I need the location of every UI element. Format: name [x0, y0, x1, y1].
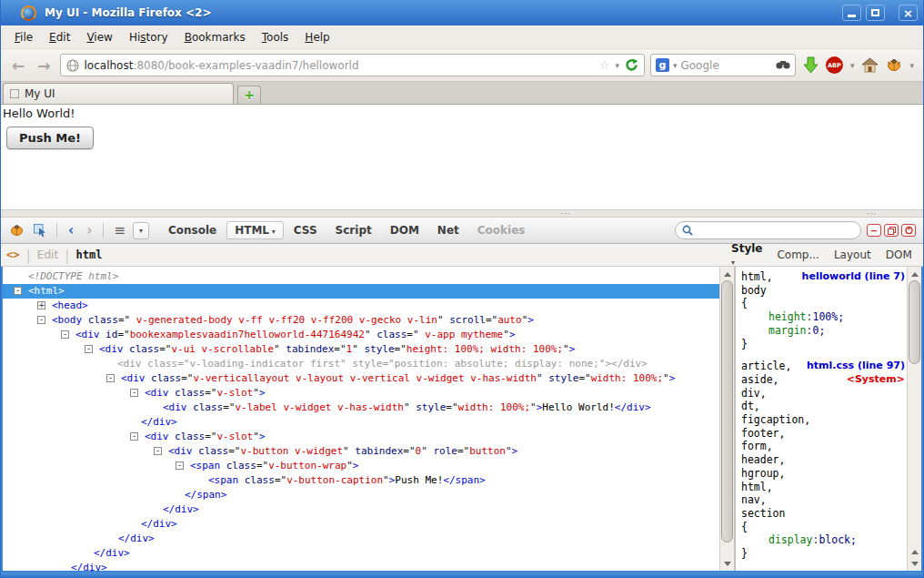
url-text[interactable]: localhost:8080/book-examples-vaadin7/hel…	[85, 59, 594, 72]
html-tree-row[interactable]: <div class="v-loading-indicator first" s…	[3, 357, 719, 371]
html-tree-row[interactable]: -<span class="v-button-wrap">	[3, 459, 719, 473]
edit-button[interactable]: Edit	[37, 248, 58, 261]
reload-icon[interactable]	[625, 58, 638, 72]
collapse-icon[interactable]: -	[130, 432, 138, 441]
tab-my-ui[interactable]: My UI	[3, 83, 234, 104]
firebug-search-input[interactable]	[675, 221, 861, 239]
maximize-button[interactable]	[866, 5, 885, 21]
css-source-link[interactable]: html.css (line 30)	[807, 570, 907, 571]
collapse-icon[interactable]: -	[106, 374, 115, 382]
collapse-icon[interactable]: -	[154, 447, 162, 455]
html-tree-row[interactable]: -<div class="v-ui v-scrollable" tabindex…	[3, 342, 719, 357]
download-arrow-icon[interactable]	[803, 56, 819, 74]
menu-item-history[interactable]: History	[121, 28, 176, 46]
css-source-link[interactable]: html.css (line 97)	[807, 360, 907, 373]
firebug-toolbar-dropdown-icon[interactable]: ▾	[133, 222, 149, 239]
firebug-tab-cookies[interactable]: Cookies	[469, 221, 534, 239]
css-property[interactable]: display: block;	[741, 533, 907, 547]
html-tree-row[interactable]: -<div class="v-slot">	[3, 430, 719, 444]
menu-item-view[interactable]: View	[78, 28, 121, 46]
scrollbar-thumb[interactable]	[909, 280, 920, 364]
close-button[interactable]: ×	[899, 5, 918, 21]
firebug-tab-script[interactable]: Script	[327, 221, 380, 239]
firebug-tab-html[interactable]: HTML ▾	[226, 221, 284, 239]
html-tree-row[interactable]: </div>	[3, 561, 719, 571]
menu-item-bookmarks[interactable]: Bookmarks	[176, 28, 254, 46]
firebug-close-button[interactable]	[901, 224, 916, 237]
collapse-icon[interactable]: -	[61, 330, 69, 339]
collapse-icon[interactable]: -	[130, 389, 138, 397]
css-source-link[interactable]: helloworld (line 7)	[802, 270, 907, 284]
scroll-up-icon[interactable]	[908, 268, 921, 280]
menu-item-help[interactable]: Help	[296, 28, 337, 46]
html-tree-row[interactable]: </div>	[3, 532, 719, 546]
adblock-icon[interactable]: ABP	[826, 56, 843, 74]
scrollbar-thumb[interactable]	[721, 280, 733, 543]
url-bar[interactable]: localhost:8080/book-examples-vaadin7/hel…	[60, 54, 645, 76]
style-panel-scrollbar[interactable]	[907, 267, 921, 571]
html-tree-row[interactable]: <div class="v-label v-widget v-has-width…	[3, 401, 719, 415]
html-tree-row[interactable]: -<body class=" v-generated-body v-ff v-f…	[3, 313, 719, 328]
html-tree-row[interactable]: </div>	[3, 415, 719, 430]
forward-icon[interactable]: →	[34, 56, 54, 75]
collapse-icon[interactable]: -	[176, 461, 184, 470]
edit-source-icon[interactable]: <>	[6, 248, 19, 261]
firebug-splitter[interactable]: ⋯ ⋯	[1, 209, 923, 218]
push-me-button[interactable]: Push Me!	[6, 127, 94, 149]
firebug-icon[interactable]	[886, 58, 902, 72]
menu-item-tools[interactable]: Tools	[254, 28, 297, 46]
inspect-element-icon[interactable]	[31, 224, 50, 238]
firebug-menu-icon[interactable]	[6, 224, 27, 237]
scroll-up-icon[interactable]	[720, 268, 734, 280]
firebug-tab-dom[interactable]: DOM	[382, 221, 427, 239]
collapse-icon[interactable]: -	[37, 316, 45, 324]
minimize-button[interactable]	[842, 5, 861, 21]
home-icon[interactable]	[861, 57, 879, 73]
menu-item-file[interactable]: File	[6, 28, 41, 46]
search-engine-dropdown-icon[interactable]: ▾	[673, 61, 678, 70]
html-tree-row[interactable]: </div>	[3, 502, 719, 517]
firebug-minimize-button[interactable]: −	[867, 224, 881, 237]
firebug-tab-console[interactable]: Console	[160, 221, 225, 239]
scroll-down-icon[interactable]	[720, 557, 734, 570]
firebug-list-icon[interactable]: ≡	[110, 222, 129, 238]
html-tree-row[interactable]: +<head>	[3, 299, 719, 313]
url-dropdown-icon[interactable]: ▾	[615, 61, 619, 70]
collapse-icon[interactable]: -	[14, 287, 22, 295]
html-tree-row[interactable]: </div>	[3, 546, 719, 561]
css-property[interactable]: height: 100%;	[741, 310, 907, 324]
firebug-detach-button[interactable]	[884, 224, 899, 237]
search-bar[interactable]: g ▾ Google	[650, 54, 796, 76]
html-tree-row[interactable]: -<html>	[3, 284, 719, 299]
html-tree-row[interactable]: <span class="v-button-caption">Push Me!<…	[3, 473, 719, 488]
html-tree-row[interactable]: -<div class="v-verticallayout v-layout v…	[3, 371, 719, 386]
new-tab-button[interactable]: +	[237, 86, 261, 104]
firebug-forward-icon[interactable]: ›	[82, 222, 96, 238]
bookmark-star-icon[interactable]: ☆	[599, 58, 610, 72]
firebug-dropdown-icon[interactable]: ▾	[909, 61, 914, 70]
side-tab-dom[interactable]: DOM	[879, 246, 919, 264]
back-icon[interactable]: ←	[8, 56, 28, 75]
firebug-back-icon[interactable]: ‹	[64, 222, 78, 238]
html-tree-row[interactable]: -<div class="v-button v-widget" tabindex…	[3, 444, 719, 459]
search-input[interactable]: Google	[680, 59, 771, 72]
scroll-down-icon[interactable]	[908, 557, 921, 570]
expand-icon[interactable]: +	[37, 301, 45, 309]
scroll-up-icon[interactable]	[908, 545, 921, 558]
collapse-icon[interactable]: -	[85, 345, 93, 353]
html-tree-row[interactable]: -<div id="bookexamplesvaadin7helloworld-…	[3, 328, 719, 342]
adblock-dropdown-icon[interactable]: ▾	[850, 61, 855, 70]
css-property[interactable]: margin: 0;	[741, 324, 907, 338]
side-tab-comp[interactable]: Comp...	[770, 246, 825, 264]
firebug-tab-net[interactable]: Net	[429, 221, 467, 239]
html-tree-row[interactable]: -<div class="v-slot">	[3, 386, 719, 401]
html-tree-row[interactable]: </span>	[3, 488, 719, 502]
menu-item-edit[interactable]: Edit	[41, 28, 78, 46]
side-tab-layout[interactable]: Layout	[828, 246, 878, 264]
html-panel-scrollbar[interactable]	[719, 267, 734, 571]
html-tree-row[interactable]: </div>	[3, 517, 719, 532]
html-tree-row[interactable]: <!DOCTYPE html>	[3, 269, 719, 284]
firebug-tab-css[interactable]: CSS	[286, 221, 326, 239]
breadcrumb[interactable]: html	[75, 248, 102, 261]
side-tab-style[interactable]: Style ▾	[725, 239, 768, 270]
